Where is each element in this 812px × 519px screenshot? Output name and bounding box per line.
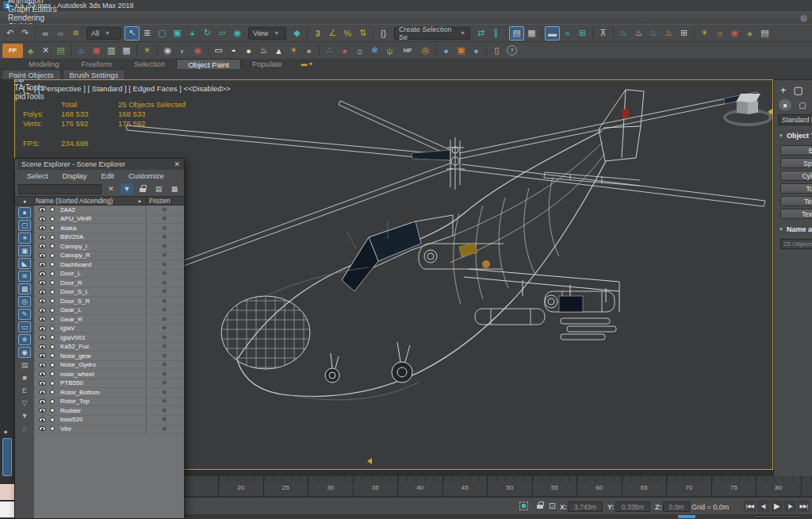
frozen-cell[interactable]: ❄ xyxy=(146,306,184,315)
frozen-cell[interactable]: ❄ xyxy=(146,425,184,433)
curve-editor-icon[interactable]: ≈ xyxy=(560,26,575,40)
primitive-button[interactable]: Teapot xyxy=(780,196,812,206)
separator[interactable] xyxy=(435,44,436,56)
visibility-eye-icon[interactable] xyxy=(39,381,46,386)
sun-icon[interactable]: ☼ xyxy=(712,26,727,40)
grass-icon[interactable]: ψ xyxy=(382,44,397,58)
object-color-dot[interactable] xyxy=(50,399,55,404)
camera-icon[interactable]: ◉ xyxy=(160,44,175,58)
object-color-dot[interactable] xyxy=(50,353,55,358)
named-selection-sets-icon[interactable]: {} xyxy=(376,26,391,40)
display-expand-icon[interactable]: E xyxy=(18,385,31,396)
scene-object-row[interactable]: 2A42 ❄ xyxy=(34,206,184,215)
ribbon-more-icon[interactable]: ▬ ▾ xyxy=(293,59,312,69)
object-color-dot[interactable] xyxy=(50,280,55,285)
filter-lights-icon[interactable]: ☀ xyxy=(18,233,31,244)
plane-primitive-icon[interactable]: ▭ xyxy=(211,44,226,58)
modify-tab-icon[interactable]: ▢ xyxy=(794,84,803,96)
frozen-cell[interactable]: ❄ xyxy=(146,398,184,406)
timeline-cell[interactable]: 60 xyxy=(576,476,622,496)
object-color-dot[interactable] xyxy=(50,326,55,331)
forest-icon[interactable]: ♣ xyxy=(23,44,38,58)
filter-icon[interactable]: ▼ xyxy=(121,183,133,194)
timeline-cell[interactable]: 25 xyxy=(263,476,308,496)
separator[interactable] xyxy=(157,44,158,56)
toggle-scene-explorer-icon[interactable]: ▤ xyxy=(509,26,524,40)
select-and-move-icon[interactable]: + xyxy=(185,26,200,40)
separator[interactable] xyxy=(319,44,320,56)
timeline-cell[interactable]: 50 xyxy=(487,476,532,496)
use-center-icon[interactable]: ◆ xyxy=(289,26,304,40)
frozen-cell[interactable]: ❄ xyxy=(146,315,184,324)
visibility-eye-icon[interactable] xyxy=(39,371,46,376)
checklist-icon[interactable]: ▤ xyxy=(53,44,68,58)
visibility-eye-icon[interactable] xyxy=(39,344,46,349)
shapes-category-icon[interactable]: ▢ xyxy=(796,99,809,110)
frozen-cell[interactable]: ❄ xyxy=(146,379,184,388)
timeline-ruler[interactable]: 2025303540455055606570758085 xyxy=(185,476,812,497)
primitive-button[interactable]: Torus xyxy=(780,183,812,194)
mixer-icon[interactable]: ⊼ xyxy=(596,26,611,40)
frozen-cell[interactable]: ❄ xyxy=(146,242,184,251)
object-color-dot[interactable] xyxy=(50,262,55,267)
selection-set-dropdown[interactable]: Create Selection Se▼ xyxy=(394,27,470,40)
scene-object-row[interactable]: Rudder ❄ xyxy=(34,406,184,416)
undo-icon[interactable]: ↶ xyxy=(2,26,17,40)
filter-geometry-icon[interactable]: ● xyxy=(18,207,31,218)
object-color-dot[interactable] xyxy=(50,298,55,303)
filter-shapes-icon[interactable]: ▢ xyxy=(18,220,31,231)
select-and-rotate-icon[interactable]: ↻ xyxy=(200,26,215,40)
frozen-cell[interactable]: ❄ xyxy=(146,333,184,342)
scene-object-row[interactable]: APU_VlHR ❄ xyxy=(34,215,184,225)
object-color-dot[interactable] xyxy=(50,335,55,340)
filter-hidden-icon[interactable]: ◉ xyxy=(18,347,31,358)
timeline-cell[interactable]: 85 xyxy=(801,476,812,496)
ribbon-subtab[interactable]: Paint Objects xyxy=(2,69,61,79)
visibility-eye-icon[interactable] xyxy=(39,253,46,258)
sphere-blue-icon[interactable]: ● xyxy=(439,44,454,58)
search-input[interactable] xyxy=(18,184,102,194)
frozen-cell[interactable]: ❄ xyxy=(146,252,184,260)
object-color-dot[interactable] xyxy=(50,363,55,367)
ribbon-tab-selection[interactable]: Selection xyxy=(123,59,176,69)
cone-primitive-icon[interactable]: ▲ xyxy=(271,44,286,58)
frozen-column-header[interactable]: Frozen xyxy=(146,197,184,205)
toggle-ribbon-icon[interactable]: ▬ xyxy=(545,26,560,40)
sphere-primitive-icon[interactable]: ● xyxy=(241,44,256,58)
scene-object-row[interactable]: Door_S_R ❄ xyxy=(34,297,184,306)
previous-frame-button[interactable]: ◀| xyxy=(757,500,769,512)
daylight-icon[interactable]: ☀ xyxy=(286,44,301,58)
frozen-cell[interactable]: ❄ xyxy=(146,260,184,269)
separator[interactable] xyxy=(486,44,487,56)
frozen-cell[interactable]: ❄ xyxy=(146,352,184,360)
filter-funnel-active-icon[interactable]: ▼ xyxy=(18,410,31,421)
selection-region-icon[interactable] xyxy=(519,502,528,510)
scene-object-row[interactable]: Door_S_L ❄ xyxy=(34,288,184,298)
geosphere-primitive-icon[interactable]: ● xyxy=(301,44,316,58)
x-coordinate-field[interactable]: 3,743m xyxy=(568,502,603,512)
visibility-eye-icon[interactable] xyxy=(39,298,46,303)
workspace-icon[interactable]: ◎ xyxy=(800,13,807,22)
scene-object-row[interactable]: Nose_Gydro ❄ xyxy=(34,361,184,371)
scene-object-row[interactable]: Gear_L ❄ xyxy=(34,306,184,316)
display-box-icon[interactable]: ■ xyxy=(18,372,31,383)
timeline-cell[interactable]: 80 xyxy=(756,476,801,496)
play-button[interactable]: ▶ xyxy=(771,500,783,512)
book-icon[interactable]: ▤ xyxy=(757,26,772,40)
visibility-eye-icon[interactable] xyxy=(39,335,46,340)
bind-to-spacewarp-icon[interactable]: ≋ xyxy=(68,26,83,40)
visibility-eye-icon[interactable] xyxy=(39,363,46,367)
render-presets-icon[interactable]: ⊞ xyxy=(676,26,691,40)
visibility-eye-icon[interactable] xyxy=(39,417,46,422)
separator[interactable] xyxy=(592,27,593,39)
display-list-icon[interactable]: ▤ xyxy=(18,359,31,371)
mirror-icon[interactable]: ⇄ xyxy=(473,26,488,40)
material-tools-icon[interactable]: ▣ xyxy=(454,44,469,58)
ribbon-subtab[interactable]: Brush Settings xyxy=(63,69,126,79)
visibility-eye-icon[interactable] xyxy=(39,225,46,230)
clear-search-icon[interactable]: ✕ xyxy=(105,183,117,194)
angle-snap-icon[interactable]: ∠ xyxy=(325,26,340,40)
next-frame-button[interactable]: |▶ xyxy=(784,500,796,512)
help-icon[interactable]: ? xyxy=(507,45,517,56)
scene-object-row[interactable]: Gear_R ❄ xyxy=(34,315,184,325)
